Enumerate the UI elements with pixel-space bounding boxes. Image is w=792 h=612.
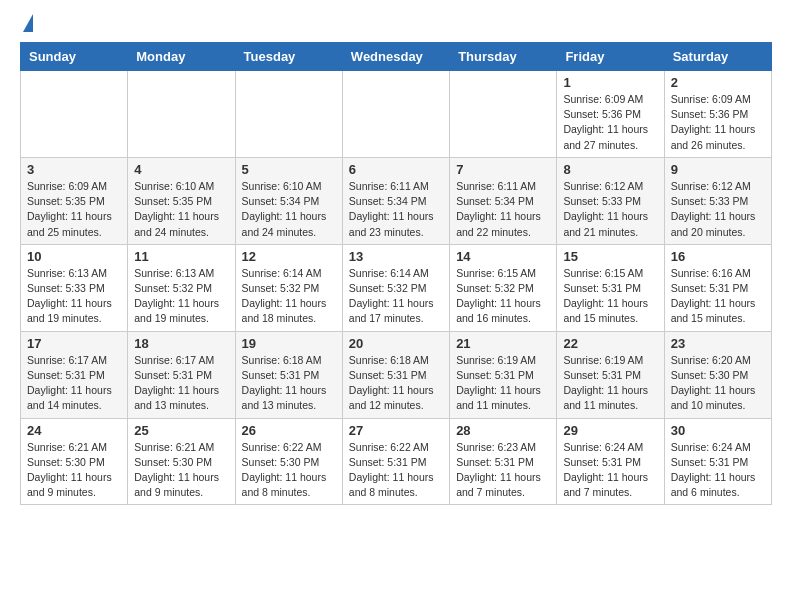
calendar-cell: 16Sunrise: 6:16 AMSunset: 5:31 PMDayligh…	[664, 244, 771, 331]
calendar-cell: 7Sunrise: 6:11 AMSunset: 5:34 PMDaylight…	[450, 157, 557, 244]
calendar-cell: 21Sunrise: 6:19 AMSunset: 5:31 PMDayligh…	[450, 331, 557, 418]
calendar-cell: 2Sunrise: 6:09 AMSunset: 5:36 PMDaylight…	[664, 71, 771, 158]
day-info: Sunrise: 6:09 AMSunset: 5:35 PMDaylight:…	[27, 179, 121, 240]
calendar-cell: 4Sunrise: 6:10 AMSunset: 5:35 PMDaylight…	[128, 157, 235, 244]
calendar-cell: 3Sunrise: 6:09 AMSunset: 5:35 PMDaylight…	[21, 157, 128, 244]
calendar-cell: 6Sunrise: 6:11 AMSunset: 5:34 PMDaylight…	[342, 157, 449, 244]
day-number: 3	[27, 162, 121, 177]
day-info: Sunrise: 6:23 AMSunset: 5:31 PMDaylight:…	[456, 440, 550, 501]
day-info: Sunrise: 6:15 AMSunset: 5:32 PMDaylight:…	[456, 266, 550, 327]
calendar-cell: 18Sunrise: 6:17 AMSunset: 5:31 PMDayligh…	[128, 331, 235, 418]
weekday-header-tuesday: Tuesday	[235, 43, 342, 71]
day-number: 1	[563, 75, 657, 90]
day-info: Sunrise: 6:21 AMSunset: 5:30 PMDaylight:…	[134, 440, 228, 501]
day-number: 4	[134, 162, 228, 177]
day-number: 26	[242, 423, 336, 438]
calendar-cell: 11Sunrise: 6:13 AMSunset: 5:32 PMDayligh…	[128, 244, 235, 331]
weekday-header-wednesday: Wednesday	[342, 43, 449, 71]
day-info: Sunrise: 6:24 AMSunset: 5:31 PMDaylight:…	[563, 440, 657, 501]
day-number: 6	[349, 162, 443, 177]
calendar-cell: 22Sunrise: 6:19 AMSunset: 5:31 PMDayligh…	[557, 331, 664, 418]
weekday-header-saturday: Saturday	[664, 43, 771, 71]
day-number: 9	[671, 162, 765, 177]
day-info: Sunrise: 6:12 AMSunset: 5:33 PMDaylight:…	[671, 179, 765, 240]
calendar-cell: 30Sunrise: 6:24 AMSunset: 5:31 PMDayligh…	[664, 418, 771, 505]
day-info: Sunrise: 6:11 AMSunset: 5:34 PMDaylight:…	[349, 179, 443, 240]
calendar-cell: 12Sunrise: 6:14 AMSunset: 5:32 PMDayligh…	[235, 244, 342, 331]
day-number: 19	[242, 336, 336, 351]
calendar-cell: 13Sunrise: 6:14 AMSunset: 5:32 PMDayligh…	[342, 244, 449, 331]
day-info: Sunrise: 6:18 AMSunset: 5:31 PMDaylight:…	[349, 353, 443, 414]
day-info: Sunrise: 6:12 AMSunset: 5:33 PMDaylight:…	[563, 179, 657, 240]
calendar-table: SundayMondayTuesdayWednesdayThursdayFrid…	[20, 42, 772, 505]
day-info: Sunrise: 6:13 AMSunset: 5:33 PMDaylight:…	[27, 266, 121, 327]
logo-triangle-icon	[23, 14, 33, 32]
day-info: Sunrise: 6:14 AMSunset: 5:32 PMDaylight:…	[242, 266, 336, 327]
day-info: Sunrise: 6:17 AMSunset: 5:31 PMDaylight:…	[134, 353, 228, 414]
day-number: 25	[134, 423, 228, 438]
calendar-cell: 24Sunrise: 6:21 AMSunset: 5:30 PMDayligh…	[21, 418, 128, 505]
day-info: Sunrise: 6:14 AMSunset: 5:32 PMDaylight:…	[349, 266, 443, 327]
day-number: 30	[671, 423, 765, 438]
day-info: Sunrise: 6:10 AMSunset: 5:35 PMDaylight:…	[134, 179, 228, 240]
calendar-week-row: 24Sunrise: 6:21 AMSunset: 5:30 PMDayligh…	[21, 418, 772, 505]
calendar-cell: 9Sunrise: 6:12 AMSunset: 5:33 PMDaylight…	[664, 157, 771, 244]
day-info: Sunrise: 6:10 AMSunset: 5:34 PMDaylight:…	[242, 179, 336, 240]
day-info: Sunrise: 6:22 AMSunset: 5:30 PMDaylight:…	[242, 440, 336, 501]
calendar-cell: 17Sunrise: 6:17 AMSunset: 5:31 PMDayligh…	[21, 331, 128, 418]
calendar-cell: 28Sunrise: 6:23 AMSunset: 5:31 PMDayligh…	[450, 418, 557, 505]
calendar-cell: 29Sunrise: 6:24 AMSunset: 5:31 PMDayligh…	[557, 418, 664, 505]
calendar-week-row: 10Sunrise: 6:13 AMSunset: 5:33 PMDayligh…	[21, 244, 772, 331]
calendar-cell: 26Sunrise: 6:22 AMSunset: 5:30 PMDayligh…	[235, 418, 342, 505]
calendar-cell: 5Sunrise: 6:10 AMSunset: 5:34 PMDaylight…	[235, 157, 342, 244]
day-info: Sunrise: 6:18 AMSunset: 5:31 PMDaylight:…	[242, 353, 336, 414]
calendar-cell: 19Sunrise: 6:18 AMSunset: 5:31 PMDayligh…	[235, 331, 342, 418]
day-info: Sunrise: 6:24 AMSunset: 5:31 PMDaylight:…	[671, 440, 765, 501]
header	[20, 18, 772, 32]
day-number: 12	[242, 249, 336, 264]
day-info: Sunrise: 6:21 AMSunset: 5:30 PMDaylight:…	[27, 440, 121, 501]
calendar-cell: 14Sunrise: 6:15 AMSunset: 5:32 PMDayligh…	[450, 244, 557, 331]
logo	[20, 18, 33, 32]
day-info: Sunrise: 6:16 AMSunset: 5:31 PMDaylight:…	[671, 266, 765, 327]
day-info: Sunrise: 6:20 AMSunset: 5:30 PMDaylight:…	[671, 353, 765, 414]
weekday-header-thursday: Thursday	[450, 43, 557, 71]
calendar-cell: 25Sunrise: 6:21 AMSunset: 5:30 PMDayligh…	[128, 418, 235, 505]
day-info: Sunrise: 6:11 AMSunset: 5:34 PMDaylight:…	[456, 179, 550, 240]
day-number: 24	[27, 423, 121, 438]
calendar-cell	[450, 71, 557, 158]
day-number: 28	[456, 423, 550, 438]
day-number: 13	[349, 249, 443, 264]
calendar-cell: 20Sunrise: 6:18 AMSunset: 5:31 PMDayligh…	[342, 331, 449, 418]
day-info: Sunrise: 6:13 AMSunset: 5:32 PMDaylight:…	[134, 266, 228, 327]
day-number: 14	[456, 249, 550, 264]
day-number: 18	[134, 336, 228, 351]
day-number: 8	[563, 162, 657, 177]
day-number: 23	[671, 336, 765, 351]
calendar-week-row: 1Sunrise: 6:09 AMSunset: 5:36 PMDaylight…	[21, 71, 772, 158]
calendar-cell: 10Sunrise: 6:13 AMSunset: 5:33 PMDayligh…	[21, 244, 128, 331]
calendar-cell: 8Sunrise: 6:12 AMSunset: 5:33 PMDaylight…	[557, 157, 664, 244]
day-number: 20	[349, 336, 443, 351]
calendar-cell: 27Sunrise: 6:22 AMSunset: 5:31 PMDayligh…	[342, 418, 449, 505]
day-number: 21	[456, 336, 550, 351]
calendar-week-row: 3Sunrise: 6:09 AMSunset: 5:35 PMDaylight…	[21, 157, 772, 244]
day-info: Sunrise: 6:15 AMSunset: 5:31 PMDaylight:…	[563, 266, 657, 327]
day-info: Sunrise: 6:09 AMSunset: 5:36 PMDaylight:…	[563, 92, 657, 153]
calendar-week-row: 17Sunrise: 6:17 AMSunset: 5:31 PMDayligh…	[21, 331, 772, 418]
calendar-cell	[21, 71, 128, 158]
day-number: 7	[456, 162, 550, 177]
weekday-header-friday: Friday	[557, 43, 664, 71]
calendar-cell	[342, 71, 449, 158]
day-number: 15	[563, 249, 657, 264]
weekday-header-monday: Monday	[128, 43, 235, 71]
day-number: 27	[349, 423, 443, 438]
calendar-cell: 1Sunrise: 6:09 AMSunset: 5:36 PMDaylight…	[557, 71, 664, 158]
day-info: Sunrise: 6:09 AMSunset: 5:36 PMDaylight:…	[671, 92, 765, 153]
weekday-header-sunday: Sunday	[21, 43, 128, 71]
day-number: 17	[27, 336, 121, 351]
day-number: 5	[242, 162, 336, 177]
day-info: Sunrise: 6:19 AMSunset: 5:31 PMDaylight:…	[563, 353, 657, 414]
calendar-cell: 15Sunrise: 6:15 AMSunset: 5:31 PMDayligh…	[557, 244, 664, 331]
day-number: 10	[27, 249, 121, 264]
